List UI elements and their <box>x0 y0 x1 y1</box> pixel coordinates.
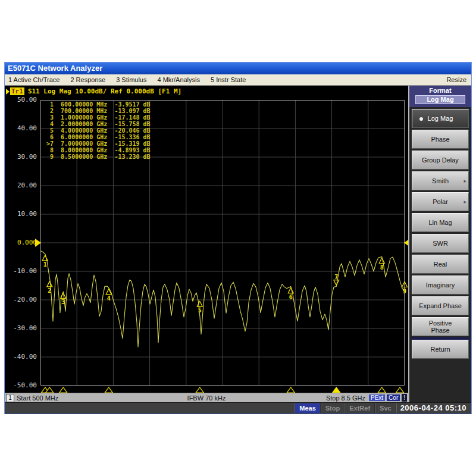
marker-readout-table: 1 600.00000 MHz -3.9517 dB 2 700.00000 M… <box>46 101 151 160</box>
trace-id-chip[interactable]: Tr1 <box>10 87 24 95</box>
trace-marker-number: 5 <box>198 307 202 314</box>
window-title: E5071C Network Analyzer <box>8 64 102 73</box>
marker-table-row: 5 4.0000000 GHz -20.046 dB <box>46 127 151 134</box>
menu-items: 1 Active Ch/Trace2 Response3 Stimulus4 M… <box>5 76 246 83</box>
softkey-menu-title: Format <box>409 86 471 94</box>
status-badge-cor: Cor <box>387 394 400 401</box>
trace-marker-icon <box>288 288 293 293</box>
y-axis-tick-label: 20.00 <box>5 181 37 190</box>
system-indicator-extref: ExtRef <box>345 403 375 413</box>
trace-marker-number: 1 <box>43 261 47 268</box>
trace-marker-number: 3 <box>61 299 65 305</box>
status-badge-pext: PExt <box>369 394 385 401</box>
marker-table-row: 4 2.0000000 GHz -15.758 dB <box>46 121 151 127</box>
softkey-selected-value: Log Mag <box>415 95 465 104</box>
stimulus-marker-icon <box>105 387 112 393</box>
stimulus-marker-icon <box>396 387 404 393</box>
stimulus-marker-icon <box>378 387 386 393</box>
system-indicators: MeasStopExtRefSvc2006-04-24 05:10 <box>295 403 470 413</box>
status-badges: PExtCor <box>367 394 400 402</box>
marker-table-row: 2 700.00000 MHz -13.097 dB <box>46 108 151 114</box>
channel-status-bar: 1 Start 500 MHz IFBW 70 kHz Stop 8.5 GHz… <box>5 393 408 402</box>
softkey-positive-phase[interactable]: Positive Phase <box>412 317 469 336</box>
y-axis-tick-label: -10.00 <box>5 267 37 275</box>
active-trace-arrow-icon <box>6 89 10 95</box>
marker-table-row: 3 1.0000000 GHz -17.148 dB <box>46 114 151 121</box>
submenu-arrow-icon: ▸ <box>464 177 466 184</box>
trace-marker-number: 9 <box>403 288 406 295</box>
stimulus-marker-icon <box>60 387 67 393</box>
trace-marker-number: 7 <box>334 274 338 280</box>
trace-marker-icon <box>197 301 202 306</box>
menu-item-2[interactable]: 2 Response <box>70 76 105 83</box>
softkey-log-mag[interactable]: Log Mag <box>412 109 469 128</box>
trace-settings-text: S11 Log Mag 10.00dB/ Ref 0.000dB [F1 M] <box>28 87 181 95</box>
graph-area: Tr1 S11 Log Mag 10.00dB/ Ref 0.000dB [F1… <box>5 86 408 393</box>
softkey-polar[interactable]: Polar▸ <box>412 192 469 211</box>
channel-number-box: 1 <box>6 394 14 402</box>
start-frequency-label: Start 500 MHz <box>17 394 58 402</box>
menu-bar: 1 Active Ch/Trace2 Response3 Stimulus4 M… <box>5 74 471 86</box>
system-status-bar: MeasStopExtRefSvc2006-04-24 05:10 <box>5 402 471 413</box>
menu-item-3[interactable]: 3 Stimulus <box>116 76 146 83</box>
softkey-buttons: Log MagPhaseGroup DelaySmith▸Polar▸Lin M… <box>409 107 471 359</box>
y-axis-tick-label: -40.00 <box>5 353 37 361</box>
y-axis-tick-label: -30.00 <box>5 324 37 333</box>
trace-marker-number: 8 <box>380 264 384 271</box>
stimulus-marker-icon <box>287 387 295 393</box>
softkey-imaginary[interactable]: Imaginary <box>412 275 469 295</box>
y-axis-tick-label: 30.00 <box>5 153 37 161</box>
softkey-lin-mag[interactable]: Lin Mag <box>412 213 469 232</box>
marker-table-row: 1 600.00000 MHz -3.9517 dB <box>46 101 151 108</box>
menu-item-1[interactable]: 1 Active Ch/Trace <box>8 76 60 83</box>
trace-marker-icon <box>47 281 52 287</box>
trace-marker-icon <box>334 280 339 286</box>
selected-radio-icon <box>419 117 423 121</box>
window-title-bar[interactable]: E5071C Network Analyzer <box>5 62 471 74</box>
marker-table-row: 9 8.5000000 GHz -13.230 dB <box>46 154 151 160</box>
y-axis-tick-label: 40.00 <box>5 124 37 133</box>
alert-badge: ! <box>402 394 407 402</box>
trace-marker-number: 4 <box>107 295 111 302</box>
y-axis-tick-label: -20.00 <box>5 296 37 304</box>
menu-item-resize[interactable]: Resize <box>446 76 471 83</box>
trace-marker-icon <box>379 258 384 264</box>
menu-item-4[interactable]: 4 Mkr/Analysis <box>157 76 200 83</box>
stop-frequency-label: Stop 8.5 GHz <box>326 394 365 402</box>
system-indicator-svc: Svc <box>375 403 396 413</box>
screen: E5071C Network Analyzer 1 Active Ch/Trac… <box>0 0 476 476</box>
marker-table-row: 6 6.0000000 GHz -15.336 dB <box>46 134 151 140</box>
softkey-real[interactable]: Real <box>412 255 469 274</box>
status-right-group: Stop 8.5 GHz PExtCor ! <box>326 394 408 402</box>
stimulus-marker-icon <box>196 387 203 393</box>
softkey-group-delay[interactable]: Group Delay <box>412 151 469 170</box>
submenu-arrow-icon: ▸ <box>464 198 466 205</box>
softkey-phase[interactable]: Phase <box>412 130 469 149</box>
softkey-header: Format Log Mag <box>409 86 471 107</box>
y-axis-tick-label: 0.000 <box>5 239 37 247</box>
marker-table-row: 8 8.0000000 GHz -4.8993 dB <box>46 147 151 154</box>
marker-table-row: >7 7.0000000 GHz -15.319 dB <box>46 140 151 147</box>
trace-marker-number: 6 <box>289 294 293 300</box>
softkey-swr[interactable]: SWR <box>412 234 469 253</box>
system-indicator-stop: Stop <box>321 403 345 413</box>
analyzer-window: E5071C Network Analyzer 1 Active Ch/Trac… <box>5 62 471 414</box>
menu-item-5[interactable]: 5 Instr State <box>211 76 246 83</box>
y-axis-tick-label: 10.00 <box>5 210 37 218</box>
y-axis-tick-label: -50.00 <box>5 381 37 390</box>
datetime-display: 2006-04-24 05:10 <box>396 403 470 413</box>
trace-status-line: Tr1 S11 Log Mag 10.00dB/ Ref 0.000dB [F1… <box>6 87 181 96</box>
softkey-sidebar: Format Log Mag Log MagPhaseGroup DelaySm… <box>408 86 471 405</box>
trace-marker-number: 2 <box>48 287 51 294</box>
system-indicator-meas: Meas <box>295 403 321 413</box>
softkey-return[interactable]: Return <box>412 340 469 359</box>
y-axis-tick-label: 50.00 <box>5 96 37 104</box>
ref-level-arrow-left-icon <box>35 239 41 247</box>
softkey-expand-phase[interactable]: Expand Phase <box>412 296 469 315</box>
stimulus-marker-active-icon <box>333 387 340 393</box>
softkey-smith[interactable]: Smith▸ <box>412 171 469 190</box>
